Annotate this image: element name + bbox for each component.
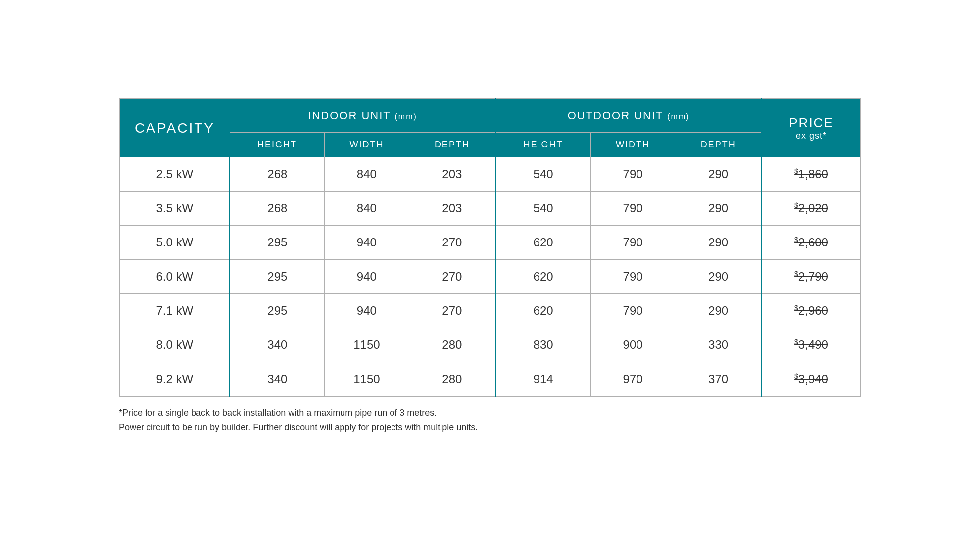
indoor-height-cell: 295 — [230, 294, 324, 328]
footnote-line1: *Price for a single back to back install… — [119, 408, 437, 418]
outdoor-depth-cell: 290 — [675, 260, 762, 294]
outdoor-height-cell: 540 — [495, 192, 590, 226]
outdoor-depth-cell: 290 — [675, 192, 762, 226]
indoor-height-cell: 268 — [230, 192, 324, 226]
indoor-width-cell: 1150 — [325, 328, 409, 362]
outdoor-depth-cell: 370 — [675, 362, 762, 397]
table-row: 8.0 kW 340 1150 280 830 900 330 $3,490 — [119, 328, 861, 362]
outdoor-height-cell: 830 — [495, 328, 590, 362]
outdoor-height-cell: 620 — [495, 260, 590, 294]
outdoor-depth-cell: 290 — [675, 157, 762, 192]
outdoor-depth-cell: 290 — [675, 226, 762, 260]
outdoor-width-cell: 970 — [590, 362, 675, 397]
outdoor-width-cell: 790 — [590, 192, 675, 226]
indoor-height-cell: 295 — [230, 260, 324, 294]
capacity-cell: 9.2 kW — [119, 362, 230, 397]
indoor-width-header: WIDTH — [325, 133, 409, 157]
indoor-height-header: HEIGHT — [230, 133, 324, 157]
table-row: 9.2 kW 340 1150 280 914 970 370 $3,940 — [119, 362, 861, 397]
table-row: 3.5 kW 268 840 203 540 790 290 $2,020 — [119, 192, 861, 226]
outdoor-height-cell: 620 — [495, 294, 590, 328]
indoor-width-cell: 840 — [325, 157, 409, 192]
indoor-width-cell: 940 — [325, 226, 409, 260]
table-row: 2.5 kW 268 840 203 540 790 290 $1,860 — [119, 157, 861, 192]
indoor-depth-cell: 280 — [409, 328, 495, 362]
indoor-depth-header: DEPTH — [409, 133, 495, 157]
price-cell: $3,490 — [762, 328, 861, 362]
indoor-width-cell: 940 — [325, 260, 409, 294]
indoor-height-cell: 268 — [230, 157, 324, 192]
outdoor-unit-header: OUTDOOR UNIT (mm) — [495, 99, 762, 133]
indoor-depth-cell: 280 — [409, 362, 495, 397]
indoor-width-cell: 1150 — [325, 362, 409, 397]
outdoor-height-cell: 914 — [495, 362, 590, 397]
capacity-cell: 2.5 kW — [119, 157, 230, 192]
price-cell: $3,940 — [762, 362, 861, 397]
outdoor-depth-cell: 290 — [675, 294, 762, 328]
price-cell: $2,960 — [762, 294, 861, 328]
price-header: PRICE ex gst* — [762, 99, 861, 157]
pricing-table: CAPACITY INDOOR UNIT (mm) OUTDOOR UNIT (… — [119, 98, 861, 397]
outdoor-height-cell: 620 — [495, 226, 590, 260]
table-row: 5.0 kW 295 940 270 620 790 290 $2,600 — [119, 226, 861, 260]
footnote: *Price for a single back to back install… — [119, 406, 861, 435]
price-cell: $1,860 — [762, 157, 861, 192]
indoor-depth-cell: 270 — [409, 294, 495, 328]
capacity-cell: 5.0 kW — [119, 226, 230, 260]
price-cell: $2,020 — [762, 192, 861, 226]
footnote-line2: Power circuit to be run by builder. Furt… — [119, 422, 478, 432]
indoor-width-cell: 840 — [325, 192, 409, 226]
capacity-header: CAPACITY — [119, 99, 230, 157]
indoor-height-cell: 340 — [230, 362, 324, 397]
outdoor-width-header: WIDTH — [590, 133, 675, 157]
indoor-unit-header: INDOOR UNIT (mm) — [230, 99, 495, 133]
outdoor-width-cell: 790 — [590, 226, 675, 260]
price-cell: $2,790 — [762, 260, 861, 294]
page-wrapper: CAPACITY INDOOR UNIT (mm) OUTDOOR UNIT (… — [119, 98, 861, 435]
outdoor-width-cell: 900 — [590, 328, 675, 362]
outdoor-height-header: HEIGHT — [495, 133, 590, 157]
capacity-cell: 8.0 kW — [119, 328, 230, 362]
table-row: 6.0 kW 295 940 270 620 790 290 $2,790 — [119, 260, 861, 294]
indoor-depth-cell: 270 — [409, 226, 495, 260]
capacity-cell: 7.1 kW — [119, 294, 230, 328]
outdoor-depth-header: DEPTH — [675, 133, 762, 157]
capacity-cell: 3.5 kW — [119, 192, 230, 226]
indoor-depth-cell: 203 — [409, 157, 495, 192]
indoor-depth-cell: 203 — [409, 192, 495, 226]
capacity-cell: 6.0 kW — [119, 260, 230, 294]
outdoor-depth-cell: 330 — [675, 328, 762, 362]
indoor-height-cell: 295 — [230, 226, 324, 260]
indoor-depth-cell: 270 — [409, 260, 495, 294]
outdoor-width-cell: 790 — [590, 294, 675, 328]
indoor-height-cell: 340 — [230, 328, 324, 362]
outdoor-width-cell: 790 — [590, 260, 675, 294]
indoor-width-cell: 940 — [325, 294, 409, 328]
outdoor-width-cell: 790 — [590, 157, 675, 192]
table-row: 7.1 kW 295 940 270 620 790 290 $2,960 — [119, 294, 861, 328]
price-cell: $2,600 — [762, 226, 861, 260]
table-body: 2.5 kW 268 840 203 540 790 290 $1,860 3.… — [119, 157, 861, 397]
outdoor-height-cell: 540 — [495, 157, 590, 192]
